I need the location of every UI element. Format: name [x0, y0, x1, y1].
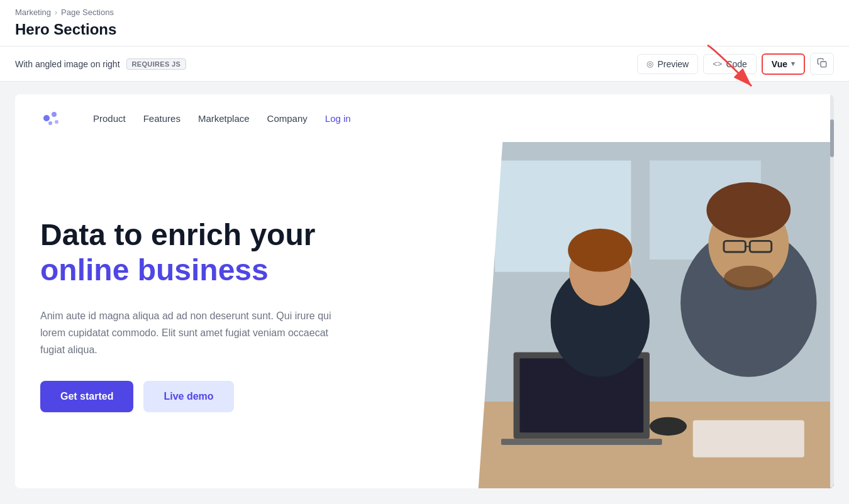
- preview-icon: ◎: [646, 59, 653, 68]
- logo-svg: [40, 107, 63, 129]
- top-bar: Marketing › Page Sections Hero Sections: [0, 0, 849, 47]
- clipboard-icon: [817, 58, 827, 70]
- nav-link-product[interactable]: Product: [93, 113, 126, 124]
- svg-rect-23: [693, 420, 804, 457]
- nav-link-features[interactable]: Features: [143, 113, 180, 124]
- hero-image-area: [465, 142, 834, 488]
- toolbar-left: With angled image on right REQUIRES JS: [15, 58, 186, 70]
- breadcrumb-current[interactable]: Page Sections: [61, 8, 114, 17]
- preview-button[interactable]: ◎ Preview: [637, 54, 698, 74]
- get-started-button[interactable]: Get started: [40, 381, 133, 412]
- nav-link-company[interactable]: Company: [267, 113, 308, 124]
- svg-point-18: [707, 182, 791, 238]
- hero-headline-line1: Data to enrich your: [40, 218, 315, 251]
- hero-headline: Data to enrich your online business: [40, 217, 440, 302]
- page-title-row: Hero Sections: [15, 21, 834, 46]
- breadcrumb-separator: ›: [55, 8, 57, 17]
- breadcrumb-parent[interactable]: Marketing: [15, 8, 51, 17]
- nav-link-marketplace[interactable]: Marketplace: [198, 113, 250, 124]
- photo-svg: [465, 142, 834, 488]
- hero-nav: Product Features Marketplace Company Log…: [15, 94, 834, 142]
- chevron-down-icon: ▾: [791, 60, 795, 68]
- hero-container: Product Features Marketplace Company Log…: [15, 94, 834, 488]
- preview-label: Preview: [657, 59, 689, 69]
- vue-button[interactable]: Vue ▾: [762, 53, 805, 75]
- toolbar-right: ◎ Preview <> Code Vue ▾: [637, 53, 834, 75]
- hero-content: Data to enrich your online business Anim…: [15, 142, 465, 488]
- code-button[interactable]: <> Code: [703, 54, 757, 74]
- svg-point-2: [43, 115, 50, 121]
- svg-point-15: [568, 229, 632, 272]
- svg-point-5: [48, 121, 52, 125]
- clipboard-button[interactable]: [810, 53, 834, 75]
- svg-point-3: [52, 112, 57, 117]
- svg-rect-12: [501, 439, 662, 445]
- scrollbar-thumb[interactable]: [830, 119, 834, 157]
- requires-js-badge: REQUIRES JS: [126, 58, 187, 70]
- page-title: Hero Sections: [15, 21, 116, 38]
- hero-logo: [40, 107, 63, 129]
- code-label: Code: [726, 59, 746, 69]
- svg-point-24: [650, 417, 687, 436]
- svg-rect-1: [821, 62, 826, 67]
- code-icon: <>: [713, 59, 722, 68]
- hero-headline-accent: online business: [40, 253, 440, 287]
- hero-photo: [465, 142, 834, 488]
- nav-link-login[interactable]: Log in: [325, 113, 351, 124]
- section-label: With angled image on right: [15, 59, 120, 69]
- scrollbar[interactable]: [830, 94, 834, 488]
- hero-description: Anim aute id magna aliqua ad ad non dese…: [40, 307, 342, 359]
- hero-body: Data to enrich your online business Anim…: [15, 142, 834, 488]
- svg-point-4: [55, 120, 58, 124]
- hero-nav-links: Product Features Marketplace Company Log…: [93, 113, 809, 124]
- toolbar-row: With angled image on right REQUIRES JS ◎…: [0, 47, 849, 82]
- breadcrumb: Marketing › Page Sections: [15, 8, 834, 17]
- live-demo-button[interactable]: Live demo: [143, 381, 233, 412]
- vue-label: Vue: [772, 59, 787, 69]
- preview-wrapper: Product Features Marketplace Company Log…: [0, 94, 849, 488]
- svg-point-22: [724, 266, 774, 290]
- hero-buttons: Get started Live demo: [40, 381, 440, 412]
